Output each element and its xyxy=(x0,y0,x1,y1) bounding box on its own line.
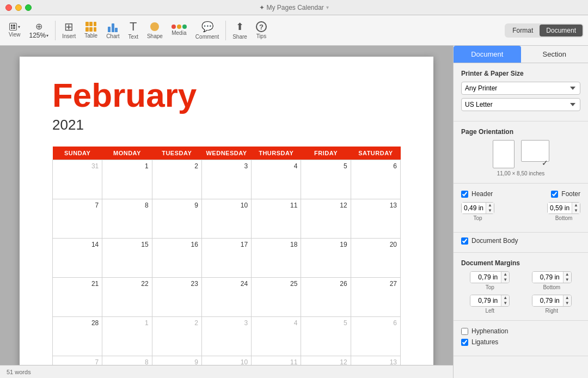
calendar-cell[interactable]: 31 xyxy=(53,160,102,199)
format-tab[interactable]: Format xyxy=(506,25,540,36)
mb-up[interactable]: ▲ xyxy=(564,272,571,277)
shape-button[interactable]: Shape xyxy=(143,19,167,41)
margin-bottom-stepper[interactable]: ▲ ▼ xyxy=(563,272,571,283)
margin-bottom-input[interactable] xyxy=(532,272,563,283)
margin-right-wrap: ▲ ▼ xyxy=(532,295,572,307)
view-button[interactable]: ▾ View xyxy=(4,21,25,40)
minimize-button[interactable] xyxy=(15,4,22,11)
margin-right-input[interactable] xyxy=(532,295,563,306)
calendar-cell[interactable]: 5 xyxy=(301,317,351,356)
calendar-cell[interactable]: 9 xyxy=(152,199,201,239)
view-icon: ▾ xyxy=(9,23,20,31)
share-button[interactable]: ⬆ Share xyxy=(228,19,252,42)
calendar-cell[interactable]: 27 xyxy=(351,278,400,317)
margin-top-stepper[interactable]: ▲ ▼ xyxy=(501,272,509,283)
calendar-cell[interactable]: 18 xyxy=(252,239,301,278)
calendar-cell[interactable]: 1 xyxy=(102,317,152,356)
calendar-cell[interactable]: 8 xyxy=(102,199,152,239)
ligatures-row: Ligatures xyxy=(461,338,580,346)
calendar-cell[interactable]: 6 xyxy=(351,160,400,199)
ligatures-checkbox[interactable] xyxy=(461,339,468,346)
header-label: Header xyxy=(471,190,493,198)
word-count: 51 words xyxy=(7,369,31,375)
portrait-option[interactable] xyxy=(493,140,514,168)
calendar-cell[interactable]: 5 xyxy=(301,160,351,199)
tab-section[interactable]: Section xyxy=(521,46,589,63)
header-checkbox[interactable] xyxy=(461,191,468,198)
calendar-cell[interactable]: 6 xyxy=(351,317,400,356)
calendar-cell[interactable]: 25 xyxy=(252,278,301,317)
table-button[interactable]: Table xyxy=(80,20,102,41)
calendar-cell[interactable]: 4 xyxy=(252,160,301,199)
calendar-cell[interactable]: 13 xyxy=(351,199,400,239)
calendar-cell[interactable]: 3 xyxy=(201,160,251,199)
document-body-checkbox[interactable] xyxy=(461,237,468,245)
col-wednesday: WEDNESDAY xyxy=(201,147,251,160)
calendar-cell[interactable]: 17 xyxy=(201,239,251,278)
calendar-cell[interactable]: 16 xyxy=(152,239,201,278)
calendar-cell[interactable]: 2 xyxy=(152,317,201,356)
portrait-box xyxy=(493,140,514,168)
chart-button[interactable]: Chart xyxy=(102,19,124,41)
calendar-cell[interactable]: 14 xyxy=(53,239,102,278)
tab-document[interactable]: Document xyxy=(454,46,521,63)
calendar-cell[interactable]: 26 xyxy=(301,278,351,317)
document-tab[interactable]: Document xyxy=(540,25,583,36)
close-button[interactable] xyxy=(5,4,12,11)
mr-down[interactable]: ▼ xyxy=(564,301,571,306)
calendar-cell[interactable]: 19 xyxy=(301,239,351,278)
header-step-down[interactable]: ▼ xyxy=(486,208,494,214)
comment-button[interactable]: 💬 Comment xyxy=(191,19,223,42)
mr-up[interactable]: ▲ xyxy=(564,295,571,301)
fullscreen-button[interactable] xyxy=(25,4,32,11)
calendar-cell[interactable]: 21 xyxy=(53,278,102,317)
footer-checkbox[interactable] xyxy=(551,191,558,198)
margin-right-stepper[interactable]: ▲ ▼ xyxy=(563,295,571,306)
calendar-cell[interactable]: 28 xyxy=(53,317,102,356)
header-value-input[interactable] xyxy=(462,203,486,214)
insert-button[interactable]: ⊞ Insert xyxy=(58,19,80,41)
margin-top-input[interactable] xyxy=(470,272,501,283)
hyphenation-checkbox[interactable] xyxy=(461,328,468,335)
margin-left-stepper[interactable]: ▲ ▼ xyxy=(501,295,509,306)
header-stepper[interactable]: ▲ ▼ xyxy=(486,203,494,214)
media-button[interactable]: Media xyxy=(167,22,191,38)
calendar-cell[interactable]: 4 xyxy=(252,317,301,356)
calendar-cell[interactable]: 22 xyxy=(102,278,152,317)
text-button[interactable]: T Text xyxy=(124,19,143,42)
margin-bottom-wrap: ▲ ▼ xyxy=(532,271,572,283)
mb-down[interactable]: ▼ xyxy=(564,277,571,283)
landscape-checkmark: ✓ xyxy=(542,158,548,167)
calendar-cell[interactable]: 12 xyxy=(301,199,351,239)
margin-left-input[interactable] xyxy=(470,295,501,306)
document-title: ✦ My Pages Calendar ▾ xyxy=(259,4,329,11)
calendar-cell[interactable]: 2 xyxy=(152,160,201,199)
zoom-control[interactable]: ⊕ 125% ▾ xyxy=(25,19,53,41)
landscape-option[interactable]: ✓ xyxy=(521,140,549,168)
calendar-cell[interactable]: 24 xyxy=(201,278,251,317)
footer-stepper[interactable]: ▲ ▼ xyxy=(572,203,580,214)
col-saturday: SATURDAY xyxy=(351,147,400,160)
footer-step-up[interactable]: ▲ xyxy=(572,203,580,208)
ml-down[interactable]: ▼ xyxy=(501,301,509,306)
calendar-cell[interactable]: 7 xyxy=(53,199,102,239)
mt-down[interactable]: ▼ xyxy=(501,277,509,283)
tips-button[interactable]: ? Tips xyxy=(252,19,271,41)
calendar-cell[interactable]: 1 xyxy=(102,160,152,199)
calendar-cell[interactable]: 15 xyxy=(102,239,152,278)
footer-value-input[interactable] xyxy=(548,203,572,214)
calendar-cell[interactable]: 20 xyxy=(351,239,400,278)
paper-size-select[interactable]: US Letter xyxy=(461,98,580,111)
printer-select[interactable]: Any Printer xyxy=(461,82,580,95)
mt-up[interactable]: ▲ xyxy=(501,272,509,277)
footer-step-down[interactable]: ▼ xyxy=(572,208,580,214)
calendar-row: 14151617181920 xyxy=(53,239,401,278)
ml-up[interactable]: ▲ xyxy=(501,295,509,301)
calendar-cell[interactable]: 23 xyxy=(152,278,201,317)
calendar-cell[interactable]: 11 xyxy=(252,199,301,239)
header-footer-section: Header Footer ▲ ▼ Top xyxy=(454,184,588,233)
calendar-cell[interactable]: 10 xyxy=(201,199,251,239)
header-step-up[interactable]: ▲ xyxy=(486,203,494,208)
document-body-label: Document Body xyxy=(471,237,518,245)
calendar-cell[interactable]: 3 xyxy=(201,317,251,356)
